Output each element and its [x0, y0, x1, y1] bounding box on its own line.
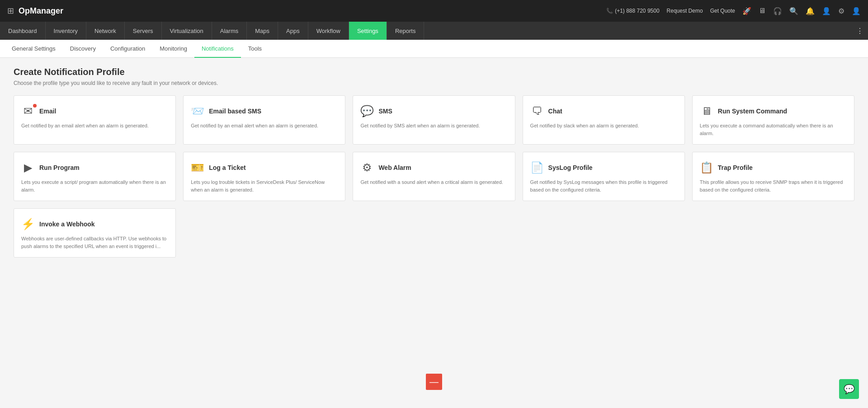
floating-minus-button[interactable]: — — [426, 374, 442, 390]
card-wh-title: Invoke a Webhook — [39, 220, 95, 228]
phone-info: 📞 (+1) 888 720 9500 — [606, 8, 659, 14]
chat-icon: 🗨 — [530, 105, 544, 117]
card-email-sms-header: 📨 Email based SMS — [191, 105, 338, 117]
card-lt-header: 🎫 Log a Ticket — [191, 161, 338, 174]
account-icon[interactable]: 👤 — [852, 7, 861, 15]
nav-apps[interactable]: Apps — [278, 22, 308, 40]
web-alarm-icon: ⚙ — [360, 161, 374, 174]
nav-maps[interactable]: Maps — [247, 22, 278, 40]
card-log-ticket[interactable]: 🎫 Log a Ticket Lets you log trouble tick… — [183, 152, 345, 201]
request-demo-link[interactable]: Request Demo — [667, 8, 703, 14]
user-icon[interactable]: 👤 — [822, 7, 831, 15]
floating-chat-button[interactable]: 💬 — [839, 379, 859, 399]
card-lt-title: Log a Ticket — [209, 164, 245, 171]
nav-network[interactable]: Network — [86, 22, 125, 40]
card-chat-title: Chat — [548, 108, 562, 115]
ticket-icon: 🎫 — [191, 161, 204, 174]
card-sl-title: SysLog Profile — [548, 164, 593, 171]
card-sms-header: 💬 SMS — [360, 105, 507, 117]
email-icon: ✉ — [21, 105, 35, 117]
sub-tools[interactable]: Tools — [241, 40, 269, 58]
card-rsc-header: 🖥 Run System Command — [700, 105, 847, 117]
card-email[interactable]: ✉ Email Get notified by an email alert w… — [14, 95, 176, 145]
settings-icon[interactable]: ⚙ — [838, 7, 844, 15]
page-title: Create Notification Profile — [14, 67, 854, 77]
card-run-system-command[interactable]: 🖥 Run System Command Lets you execute a … — [692, 95, 854, 145]
card-rp-header: ▶ Run Program — [21, 161, 168, 174]
card-wh-desc: Webhooks are user-defined callbacks via … — [21, 235, 168, 250]
headphone-icon[interactable]: 🎧 — [773, 7, 782, 15]
card-rsc-desc: Lets you execute a command automatically… — [700, 122, 847, 137]
card-tp-title: Trap Profile — [718, 164, 753, 171]
phone-icon: 📞 — [606, 8, 613, 14]
card-sms[interactable]: 💬 SMS Get notified by SMS alert when an … — [353, 95, 515, 145]
phone-number: (+1) 888 720 9500 — [615, 8, 659, 14]
nav-settings[interactable]: Settings — [349, 22, 387, 40]
card-wa-header: ⚙ Web Alarm — [360, 161, 507, 174]
card-syslog[interactable]: 📄 SysLog Profile Get notified by SysLog … — [523, 152, 685, 201]
card-rp-title: Run Program — [39, 164, 80, 171]
card-wa-desc: Get notified with a sound alert when a c… — [360, 178, 507, 186]
trap-icon: 📋 — [700, 161, 713, 174]
card-email-sms[interactable]: 📨 Email based SMS Get notified by an ema… — [183, 95, 345, 145]
main-nav: Dashboard Inventory Network Servers Virt… — [0, 22, 868, 40]
card-email-desc: Get notified by an email alert when an a… — [21, 122, 168, 130]
cards-row2: ▶ Run Program Lets you execute a script/… — [14, 152, 854, 201]
email-sms-icon: 📨 — [191, 105, 204, 117]
grid-icon[interactable]: ⊞ — [7, 6, 14, 16]
nav-alarms[interactable]: Alarms — [212, 22, 247, 40]
card-sl-header: 📄 SysLog Profile — [530, 161, 677, 174]
card-email-sms-title: Email based SMS — [209, 108, 261, 115]
sub-notifications[interactable]: Notifications — [194, 40, 241, 58]
sub-configuration[interactable]: Configuration — [103, 40, 152, 58]
card-run-program[interactable]: ▶ Run Program Lets you execute a script/… — [14, 152, 176, 201]
card-chat[interactable]: 🗨 Chat Get notified by slack when an ala… — [523, 95, 685, 145]
header-actions: 📞 (+1) 888 720 9500 Request Demo Get Quo… — [606, 7, 861, 15]
search-icon[interactable]: 🔍 — [789, 7, 798, 15]
card-chat-desc: Get notified by slack when an alarm is g… — [530, 122, 677, 130]
run-program-icon: ▶ — [21, 161, 35, 174]
card-sl-desc: Get notified by SysLog messages when thi… — [530, 178, 677, 193]
card-email-title: Email — [39, 108, 56, 115]
card-wa-title: Web Alarm — [378, 164, 411, 171]
nav-virtualization[interactable]: Virtualization — [162, 22, 212, 40]
page-subtitle: Choose the profile type you would like t… — [14, 80, 854, 86]
card-wh-header: ⚡ Invoke a Webhook — [21, 218, 168, 230]
syslog-icon: 📄 — [530, 161, 544, 174]
card-email-header: ✉ Email — [21, 105, 168, 117]
nav-dashboard[interactable]: Dashboard — [0, 22, 46, 40]
get-quote-link[interactable]: Get Quote — [710, 8, 735, 14]
card-rp-desc: Lets you execute a script/ program autom… — [21, 178, 168, 193]
sub-nav: General Settings Discovery Configuration… — [0, 40, 868, 58]
monitor-icon[interactable]: 🖥 — [759, 7, 766, 15]
card-trap-profile[interactable]: 📋 Trap Profile This profile allows you t… — [692, 152, 854, 201]
bell-icon[interactable]: 🔔 — [806, 7, 815, 15]
card-sms-desc: Get notified by SMS alert when an alarm … — [360, 122, 507, 130]
card-email-sms-desc: Get notified by an email alert when an a… — [191, 122, 338, 130]
card-lt-desc: Lets you log trouble tickets in ServiceD… — [191, 178, 338, 193]
sub-discovery[interactable]: Discovery — [63, 40, 103, 58]
card-webhook[interactable]: ⚡ Invoke a Webhook Webhooks are user-def… — [14, 208, 176, 258]
sub-general-settings[interactable]: General Settings — [5, 40, 63, 58]
nav-reports[interactable]: Reports — [387, 22, 425, 40]
nav-servers[interactable]: Servers — [125, 22, 162, 40]
top-header: ⊞ OpManager 📞 (+1) 888 720 9500 Request … — [0, 0, 868, 22]
cards-row1: ✉ Email Get notified by an email alert w… — [14, 95, 854, 145]
sms-icon: 💬 — [360, 105, 374, 117]
webhook-icon: ⚡ — [21, 218, 35, 230]
sub-monitoring[interactable]: Monitoring — [152, 40, 194, 58]
nav-workflow[interactable]: Workflow — [308, 22, 349, 40]
rocket-icon[interactable]: 🚀 — [742, 7, 751, 15]
nav-inventory[interactable]: Inventory — [46, 22, 86, 40]
email-red-dot — [33, 104, 37, 108]
card-tp-desc: This profile allows you to receive SNMP … — [700, 178, 847, 193]
page-content: Create Notification Profile Choose the p… — [0, 58, 868, 408]
cards-row3: ⚡ Invoke a Webhook Webhooks are user-def… — [14, 208, 854, 258]
nav-more-icon[interactable]: ⋮ — [852, 22, 868, 40]
card-chat-header: 🗨 Chat — [530, 105, 677, 117]
card-web-alarm[interactable]: ⚙ Web Alarm Get notified with a sound al… — [353, 152, 515, 201]
card-tp-header: 📋 Trap Profile — [700, 161, 847, 174]
terminal-icon: 🖥 — [700, 105, 713, 117]
card-sms-title: SMS — [378, 108, 392, 115]
card-rsc-title: Run System Command — [718, 108, 787, 115]
